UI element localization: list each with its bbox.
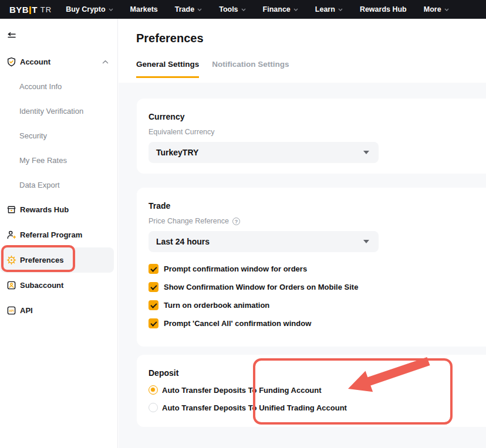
field-label: Equivalent Currency xyxy=(148,128,215,136)
collapse-sidebar-icon[interactable] xyxy=(6,30,17,41)
nav-item-buy-crypto[interactable]: Buy Crypto xyxy=(66,5,113,13)
nav-item-learn[interactable]: Learn xyxy=(315,5,343,13)
logo-orange-bar-icon xyxy=(29,6,31,14)
sidebar-subitem-security[interactable]: Security xyxy=(0,123,117,148)
checkbox-label: Prompt confirmation window for orders xyxy=(164,264,307,273)
checkbox-row: Turn on orderbook animation xyxy=(148,300,486,310)
deposit-section: Deposit Auto Transfer Deposits To Fundin… xyxy=(137,355,486,427)
page-title: Preferences xyxy=(136,19,486,45)
nav-item-label: Tools xyxy=(219,5,238,13)
trade-section: Trade Price Change Reference ? Last 24 h… xyxy=(137,188,486,347)
chevron-down-icon xyxy=(197,8,202,11)
nav-menu: Buy Crypto Markets Trade Tools Finance L… xyxy=(66,5,448,13)
sidebar-item-referral-program[interactable]: Referral Program xyxy=(0,222,117,247)
settings-content: Currency Equivalent Currency TurkeyTRY T… xyxy=(119,83,486,448)
checkbox-label: Prompt 'Cancel All' confirmation window xyxy=(164,319,311,328)
deposit-radio-list: Auto Transfer Deposits To Funding Accoun… xyxy=(148,385,486,412)
sidebar-item-subaccount[interactable]: Subaccount xyxy=(0,273,117,298)
checkbox-checked-icon[interactable] xyxy=(148,318,158,328)
checkbox-checked-icon[interactable] xyxy=(148,300,158,310)
section-title: Trade xyxy=(148,202,486,210)
sidebar-subitem-account-info[interactable]: Account Info xyxy=(0,74,117,99)
logo-region: TR xyxy=(41,5,52,14)
account-submenu: Account Info Identity Verification Secur… xyxy=(0,74,117,197)
checkbox-row: Prompt confirmation window for orders xyxy=(148,264,486,274)
dropdown-selected-value: TurkeyTRY xyxy=(156,148,198,157)
equivalent-currency-dropdown[interactable]: TurkeyTRY xyxy=(148,142,379,163)
nav-item-label: Finance xyxy=(263,5,291,13)
nav-item-label: Buy Crypto xyxy=(66,5,105,13)
field-label: Price Change Reference xyxy=(148,218,229,225)
section-title: Currency xyxy=(148,113,486,121)
referral-icon xyxy=(6,230,16,240)
chevron-down-icon xyxy=(241,8,246,11)
nav-item-rewards-hub[interactable]: Rewards Hub xyxy=(360,5,407,13)
nav-item-label: Learn xyxy=(315,5,335,13)
sidebar-item-label: Subaccount xyxy=(20,281,63,290)
main-area: Preferences General Settings Notificatio… xyxy=(119,19,486,448)
nav-item-label: Trade xyxy=(175,5,194,13)
radio-selected-icon[interactable] xyxy=(148,385,158,395)
trade-checkbox-list: Prompt confirmation window for orders Sh… xyxy=(148,264,486,328)
nav-item-more[interactable]: More xyxy=(424,5,449,13)
gear-icon xyxy=(6,255,16,265)
radio-row: Auto Transfer Deposits To Unified Tradin… xyxy=(148,403,486,412)
sidebar-subitem-identity-verification[interactable]: Identity Verification xyxy=(0,99,117,123)
sidebar-subitem-data-export[interactable]: Data Export xyxy=(0,172,117,197)
sidebar-item-rewards-hub[interactable]: Rewards Hub xyxy=(0,197,117,222)
help-icon[interactable]: ? xyxy=(232,218,240,225)
top-navbar: BYBT TR Buy Crypto Markets Trade Tools F… xyxy=(0,0,486,19)
sidebar-item-label: Preferences xyxy=(20,256,63,264)
settings-tabs: General Settings Notification Settings xyxy=(136,60,486,78)
sidebar: Account Account Info Identity Verificati… xyxy=(0,19,118,448)
radio-label: Auto Transfer Deposits To Funding Accoun… xyxy=(162,386,322,395)
dropdown-caret-icon xyxy=(363,240,369,243)
tab-notification-settings[interactable]: Notification Settings xyxy=(212,60,289,78)
sidebar-item-api[interactable]: API API xyxy=(0,298,117,323)
sidebar-item-account[interactable]: Account xyxy=(0,55,117,68)
nav-item-tools[interactable]: Tools xyxy=(219,5,245,13)
checkbox-label: Show Confirmation Window for Orders on M… xyxy=(164,283,358,291)
nav-item-label: Markets xyxy=(130,5,158,13)
checkbox-row: Prompt 'Cancel All' confirmation window xyxy=(148,318,486,328)
radio-unselected-icon[interactable] xyxy=(148,403,158,412)
sidebar-item-label: Referral Program xyxy=(20,230,82,239)
chevron-down-icon xyxy=(444,8,449,11)
shield-check-icon xyxy=(6,57,16,67)
radio-row: Auto Transfer Deposits To Funding Accoun… xyxy=(148,385,486,395)
sidebar-item-label: Account xyxy=(20,57,50,66)
sidebar-subitem-my-fee-rates[interactable]: My Fee Rates xyxy=(0,148,117,172)
checkbox-checked-icon[interactable] xyxy=(148,264,158,274)
nav-item-label: More xyxy=(424,5,441,13)
chevron-up-icon xyxy=(102,60,109,64)
dropdown-selected-value: Last 24 hours xyxy=(156,237,210,246)
nav-item-trade[interactable]: Trade xyxy=(175,5,202,13)
svg-text:API: API xyxy=(9,310,14,313)
nav-item-label: Rewards Hub xyxy=(360,5,407,13)
tab-general-settings[interactable]: General Settings xyxy=(136,60,199,78)
logo-text-right: T xyxy=(32,5,38,15)
logo-text-left: BYB xyxy=(9,5,29,15)
checkbox-row: Show Confirmation Window for Orders on M… xyxy=(148,282,486,292)
currency-section: Currency Equivalent Currency TurkeyTRY xyxy=(137,99,486,174)
chevron-down-icon xyxy=(109,8,113,11)
bybit-logo[interactable]: BYBT TR xyxy=(9,5,52,15)
main-header: Preferences General Settings Notificatio… xyxy=(119,19,486,83)
gift-icon xyxy=(6,205,16,215)
section-title: Deposit xyxy=(148,369,486,377)
nav-item-markets[interactable]: Markets xyxy=(130,5,158,13)
subaccount-icon xyxy=(6,280,16,290)
nav-item-finance[interactable]: Finance xyxy=(263,5,298,13)
radio-label: Auto Transfer Deposits To Unified Tradin… xyxy=(162,403,347,412)
chevron-down-icon xyxy=(338,8,343,11)
sidebar-item-preferences[interactable]: Preferences xyxy=(0,247,114,273)
checkbox-label: Turn on orderbook animation xyxy=(164,301,269,310)
sidebar-item-label: Rewards Hub xyxy=(20,205,69,214)
api-icon: API xyxy=(6,306,16,315)
chevron-down-icon xyxy=(293,8,298,11)
price-change-reference-dropdown[interactable]: Last 24 hours xyxy=(148,231,379,252)
dropdown-caret-icon xyxy=(363,151,369,154)
sidebar-item-label: API xyxy=(20,306,33,315)
checkbox-checked-icon[interactable] xyxy=(148,282,158,292)
